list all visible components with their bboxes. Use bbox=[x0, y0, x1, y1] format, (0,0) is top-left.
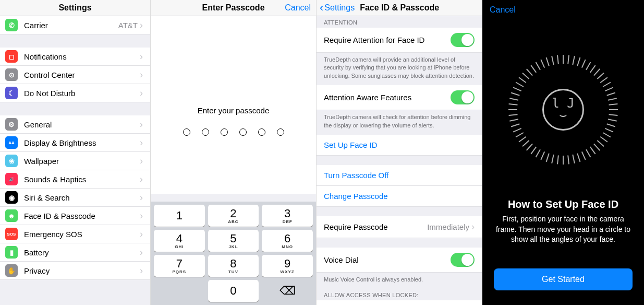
voice-dial-row[interactable]: Voice Dial bbox=[317, 248, 482, 273]
svg-line-59 bbox=[609, 104, 618, 105]
svg-line-46 bbox=[568, 55, 569, 64]
app-icon: AA bbox=[5, 136, 18, 149]
app-icon: ◻ bbox=[5, 50, 18, 63]
settings-row[interactable]: AADisplay & Brightness› bbox=[0, 134, 150, 152]
require-attention-label: Require Attention for Face ID bbox=[324, 36, 451, 44]
voice-dial-footer: Music Voice Control is always enabled. bbox=[317, 273, 482, 289]
settings-row[interactable]: ⚙General› bbox=[0, 115, 150, 134]
row-label: Face ID & Passcode bbox=[24, 212, 140, 220]
svg-line-33 bbox=[511, 93, 519, 96]
toggle-on[interactable] bbox=[451, 33, 475, 47]
keypad-key[interactable]: 6MNO bbox=[262, 230, 313, 252]
keypad-key[interactable]: 1 bbox=[154, 205, 205, 227]
keypad-key[interactable]: 8TUV bbox=[208, 255, 259, 277]
require-passcode-label: Require Passcode bbox=[324, 222, 427, 231]
svg-line-27 bbox=[511, 124, 519, 126]
settings-row[interactable]: SOSEmergency SOS› bbox=[0, 225, 150, 243]
chevron-right-icon: › bbox=[471, 221, 475, 232]
app-icon: ⊙ bbox=[5, 68, 18, 81]
cancel-button[interactable]: Cancel bbox=[285, 3, 311, 13]
get-started-button[interactable]: Get Started bbox=[494, 268, 633, 290]
keypad-key[interactable]: 5JKL bbox=[208, 230, 259, 252]
keypad-key[interactable]: 7PQRS bbox=[154, 255, 205, 277]
svg-line-22 bbox=[527, 144, 532, 150]
svg-line-5 bbox=[603, 133, 611, 137]
settings-row[interactable]: 🔊Sounds & Haptics› bbox=[0, 170, 150, 189]
require-attention-row[interactable]: Require Attention for Face ID bbox=[317, 28, 482, 53]
svg-line-20 bbox=[536, 149, 541, 157]
keypad-key[interactable]: 4GHI bbox=[154, 230, 205, 252]
settings-row[interactable]: ✆CarrierAT&T› bbox=[0, 16, 150, 34]
svg-line-24 bbox=[519, 137, 526, 142]
svg-line-41 bbox=[541, 60, 544, 68]
key-number: 6 bbox=[284, 233, 290, 244]
svg-line-37 bbox=[523, 73, 529, 79]
section-gap bbox=[317, 238, 482, 248]
keypad-key[interactable]: 3DEF bbox=[262, 205, 313, 227]
svg-line-1 bbox=[609, 114, 618, 115]
settings-row[interactable]: ☻Face ID & Passcode› bbox=[0, 207, 150, 225]
keypad-key[interactable]: 2ABC bbox=[208, 205, 259, 227]
svg-line-9 bbox=[590, 147, 596, 154]
attention-aware-label: Attention Aware Features bbox=[324, 93, 451, 102]
face-icon: l J⌣ bbox=[542, 89, 584, 131]
svg-line-58 bbox=[608, 98, 617, 100]
svg-line-25 bbox=[516, 133, 524, 137]
change-passcode-row[interactable]: Change Passcode bbox=[317, 186, 482, 207]
setup-faceid-link[interactable]: Set Up Face ID bbox=[324, 140, 475, 149]
row-label: Do Not Disturb bbox=[24, 89, 140, 98]
turn-passcode-off-link[interactable]: Turn Passcode Off bbox=[324, 171, 475, 180]
attention-aware-row[interactable]: Attention Aware Features bbox=[317, 85, 482, 110]
back-label: Settings bbox=[324, 3, 355, 13]
turn-passcode-off-row[interactable]: Turn Passcode Off bbox=[317, 165, 482, 186]
chevron-right-icon: › bbox=[140, 247, 143, 258]
svg-line-52 bbox=[594, 69, 600, 76]
svg-line-3 bbox=[607, 124, 615, 126]
key-number: 7 bbox=[176, 258, 183, 269]
app-icon: ▮ bbox=[5, 246, 18, 259]
svg-line-11 bbox=[582, 151, 586, 160]
key-number: 2 bbox=[230, 208, 236, 219]
toggle-on[interactable] bbox=[451, 253, 475, 267]
settings-row[interactable]: ▮Battery› bbox=[0, 243, 150, 262]
row-label: General bbox=[24, 120, 140, 129]
app-icon: SOS bbox=[5, 228, 18, 240]
svg-line-31 bbox=[509, 104, 518, 105]
passcode-dot bbox=[277, 128, 284, 136]
settings-row[interactable]: ◻Notifications› bbox=[0, 48, 150, 66]
svg-line-32 bbox=[509, 98, 518, 100]
require-passcode-row[interactable]: Require Passcode Immediately › bbox=[317, 216, 482, 238]
key-letters: GHI bbox=[175, 244, 184, 249]
svg-line-34 bbox=[513, 87, 521, 91]
today-view-row[interactable]: Today View bbox=[317, 300, 482, 305]
settings-row[interactable]: ✋Privacy› bbox=[0, 262, 150, 280]
svg-line-47 bbox=[573, 56, 575, 65]
svg-line-44 bbox=[557, 55, 558, 64]
settings-row[interactable]: ☾Do Not Disturb› bbox=[0, 84, 150, 102]
back-button[interactable]: ‹ Settings bbox=[317, 1, 355, 15]
section-gap bbox=[317, 207, 482, 216]
settings-row[interactable]: ❀Wallpaper› bbox=[0, 152, 150, 170]
toggle-on[interactable] bbox=[451, 90, 475, 104]
key-letters: ABC bbox=[228, 219, 238, 224]
svg-line-6 bbox=[600, 137, 607, 142]
backspace-key[interactable]: ⌫ bbox=[262, 280, 313, 302]
section-gap bbox=[0, 34, 150, 48]
section-gap bbox=[317, 156, 482, 165]
chevron-right-icon: › bbox=[140, 156, 143, 167]
faceid-description: First, position your face in the camera … bbox=[492, 214, 635, 245]
page-title: Face ID & Passcode bbox=[360, 3, 439, 13]
keypad-key[interactable]: 0 bbox=[208, 280, 259, 302]
settings-row[interactable]: ⊙Control Center› bbox=[0, 66, 150, 84]
setup-faceid-row[interactable]: Set Up Face ID bbox=[317, 135, 482, 156]
passcode-dot bbox=[183, 128, 190, 136]
svg-line-54 bbox=[600, 77, 607, 83]
app-icon: ◉ bbox=[5, 191, 18, 204]
keypad-key[interactable]: 9WXYZ bbox=[262, 255, 313, 277]
key-letters: JKL bbox=[228, 244, 238, 249]
cancel-button[interactable]: Cancel bbox=[490, 5, 516, 15]
svg-line-36 bbox=[519, 77, 526, 83]
svg-line-13 bbox=[573, 155, 575, 163]
change-passcode-link[interactable]: Change Passcode bbox=[324, 192, 475, 201]
settings-row[interactable]: ◉Siri & Search› bbox=[0, 189, 150, 207]
